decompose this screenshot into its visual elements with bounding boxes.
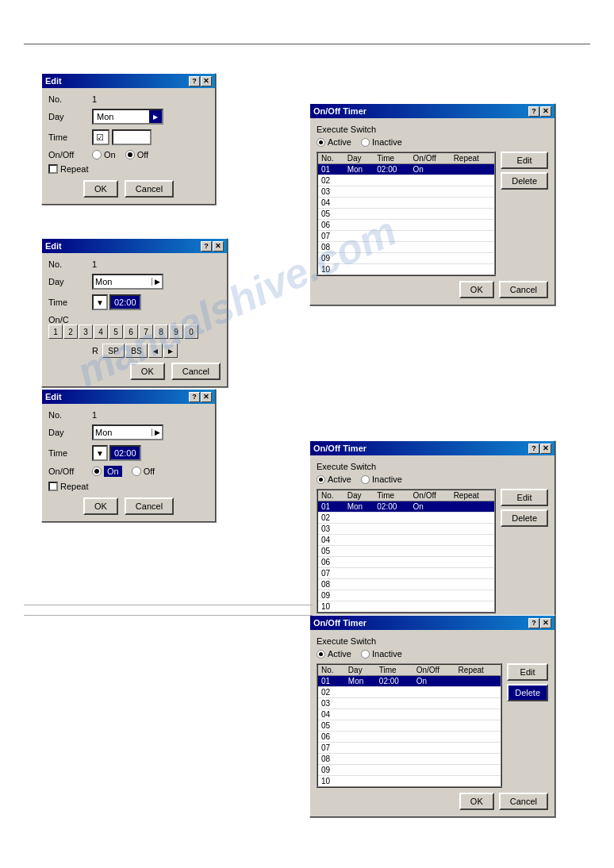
off-radio-3[interactable]: Off <box>132 467 155 476</box>
numpad-2-btn[interactable]: 2 <box>63 325 78 339</box>
table-row[interactable]: 05 <box>317 546 495 557</box>
timer-dialog-2-edit-btn[interactable]: Edit <box>501 489 548 506</box>
active-radio-1[interactable]: Active <box>317 137 351 147</box>
edit-dialog-2-ok-btn[interactable]: OK <box>130 363 165 380</box>
numpad-sp[interactable]: SP <box>102 344 125 358</box>
table-row[interactable]: 02 <box>317 175 495 186</box>
edit-dialog-3-cancel-btn[interactable]: Cancel <box>125 497 174 515</box>
table-row[interactable]: 10 <box>317 776 501 788</box>
time-value-2[interactable]: 02:00 <box>109 294 141 310</box>
time-value-3[interactable]: 02:00 <box>109 445 141 461</box>
edit-dialog-1-ok-btn[interactable]: OK <box>83 180 118 198</box>
edit-dialog-2-help-btn[interactable]: ? <box>201 241 212 252</box>
table-row[interactable]: 01 Mon 02:00 On <box>317 501 495 513</box>
execute-label-1: Execute Switch <box>317 125 548 134</box>
edit-dialog-3-help-btn[interactable]: ? <box>189 392 200 402</box>
table-row[interactable]: 06 <box>317 220 495 231</box>
numpad-left[interactable]: ◄ <box>148 344 163 358</box>
timer-dialog-1-delete-btn[interactable]: Delete <box>501 172 548 190</box>
edit-dialog-1-help-btn[interactable]: ? <box>189 76 200 86</box>
off-radio-1[interactable]: Off <box>125 150 148 159</box>
table-row[interactable]: 08 <box>317 754 501 765</box>
numpad-right[interactable]: ► <box>163 344 178 358</box>
table-row[interactable]: 03 <box>317 186 495 198</box>
table-row[interactable]: 09 <box>317 253 495 264</box>
time-checkbox-1[interactable]: ☑ <box>92 129 109 145</box>
day-arrow-2[interactable]: ▶ <box>152 278 160 286</box>
table-row[interactable]: 04 <box>317 709 501 720</box>
time-checkbox-3[interactable]: ▼ <box>92 445 108 461</box>
time-checkbox-2[interactable]: ▼ <box>92 294 108 310</box>
table-row[interactable]: 06 <box>317 732 501 743</box>
inactive-radio-1[interactable]: Inactive <box>361 137 402 147</box>
on-radio-label-3: On <box>104 466 122 477</box>
table-row[interactable]: 10 <box>317 601 495 613</box>
edit-dialog-1-cancel-btn[interactable]: Cancel <box>125 180 174 198</box>
numpad-7[interactable]: 7 <box>139 325 153 339</box>
time-value-1[interactable] <box>112 129 152 145</box>
edit-dialog-2-close-btn[interactable]: ✕ <box>213 241 224 252</box>
table-row[interactable]: 08 <box>317 579 495 590</box>
edit-dialog-3-close-btn[interactable]: ✕ <box>201 392 212 402</box>
numpad-8[interactable]: 8 <box>154 325 168 339</box>
numpad-6[interactable]: 6 <box>124 325 138 339</box>
timer-dialog-3-close-btn[interactable]: ✕ <box>540 618 551 628</box>
table-row[interactable]: 06 <box>317 557 495 568</box>
active-radio-3[interactable]: Active <box>317 649 351 659</box>
numpad-3[interactable]: 3 <box>79 325 93 339</box>
table-row[interactable]: 04 <box>317 198 495 209</box>
timer-dialog-1-edit-btn[interactable]: Edit <box>501 152 548 169</box>
table-row[interactable]: 08 <box>317 242 495 253</box>
table-row[interactable]: 04 <box>317 535 495 546</box>
repeat-checkbox-3[interactable]: Repeat <box>48 482 209 491</box>
repeat-checkbox-1[interactable]: Repeat <box>48 164 209 174</box>
timer-dialog-3-help-btn[interactable]: ? <box>528 618 539 628</box>
table-row[interactable]: 03 <box>317 524 495 535</box>
table-row[interactable]: 09 <box>317 765 501 776</box>
on-radio-3[interactable]: On <box>92 466 122 477</box>
table-row[interactable]: 07 <box>317 743 501 754</box>
timer-dialog-1-cancel-btn[interactable]: Cancel <box>499 281 548 298</box>
day-field-3[interactable]: Mon ▶ <box>92 424 163 440</box>
timer-dialog-2-close-btn[interactable]: ✕ <box>540 444 551 454</box>
table-row[interactable]: 01 Mon 02:00 On <box>317 164 495 175</box>
day-field-2[interactable]: Mon ▶ <box>92 274 163 290</box>
table-row[interactable]: 09 <box>317 590 495 601</box>
table-row[interactable]: 07 <box>317 231 495 242</box>
inactive-radio-2[interactable]: Inactive <box>361 474 402 484</box>
timer-dialog-3-edit-btn[interactable]: Edit <box>507 663 548 681</box>
table-row[interactable]: 02 <box>317 687 501 698</box>
numpad-1[interactable]: 1 <box>48 325 63 339</box>
numpad-9[interactable]: 9 <box>169 325 183 339</box>
timer-dialog-1-help-btn[interactable]: ? <box>528 106 539 117</box>
time-label-3: Time <box>48 448 92 458</box>
timer-dialog-3-delete-btn[interactable]: Delete <box>507 684 548 701</box>
day-arrow-3[interactable]: ▶ <box>152 428 160 436</box>
timer-dialog-1-close-btn[interactable]: ✕ <box>540 106 551 117</box>
table-row[interactable]: 05 <box>317 209 495 220</box>
edit-dialog-3-ok-btn[interactable]: OK <box>83 497 118 515</box>
timer-dialog-2-delete-btn[interactable]: Delete <box>501 509 548 527</box>
on-radio-1[interactable]: On <box>92 150 116 159</box>
table-row[interactable]: 01 Mon 02:00 On <box>317 676 501 687</box>
timer-dialog-2-help-btn[interactable]: ? <box>528 444 539 454</box>
table-row[interactable]: 02 <box>317 513 495 524</box>
t2-col-repeat: Repeat <box>451 490 496 501</box>
day-dropdown-1-arrow[interactable]: ▶ <box>149 110 162 123</box>
table-row[interactable]: 03 <box>317 698 501 709</box>
numpad-bs[interactable]: BS <box>125 344 148 358</box>
edit-dialog-2-cancel-btn[interactable]: Cancel <box>171 363 221 380</box>
timer-dialog-3-ok-btn[interactable]: OK <box>459 793 494 810</box>
numpad-0[interactable]: 0 <box>184 325 198 339</box>
timer-dialog-3-cancel-btn[interactable]: Cancel <box>499 793 548 810</box>
numpad-5[interactable]: 5 <box>109 325 123 339</box>
table-row[interactable]: 10 <box>317 264 495 276</box>
numpad-4[interactable]: 4 <box>94 325 108 339</box>
edit-dialog-1-close-btn[interactable]: ✕ <box>201 76 212 86</box>
active-radio-2[interactable]: Active <box>317 474 351 484</box>
table-row[interactable]: 07 <box>317 568 495 579</box>
day-dropdown-1[interactable]: Mon ▶ <box>92 109 163 125</box>
table-row[interactable]: 05 <box>317 720 501 732</box>
inactive-radio-3[interactable]: Inactive <box>361 649 402 659</box>
timer-dialog-1-ok-btn[interactable]: OK <box>459 281 494 298</box>
